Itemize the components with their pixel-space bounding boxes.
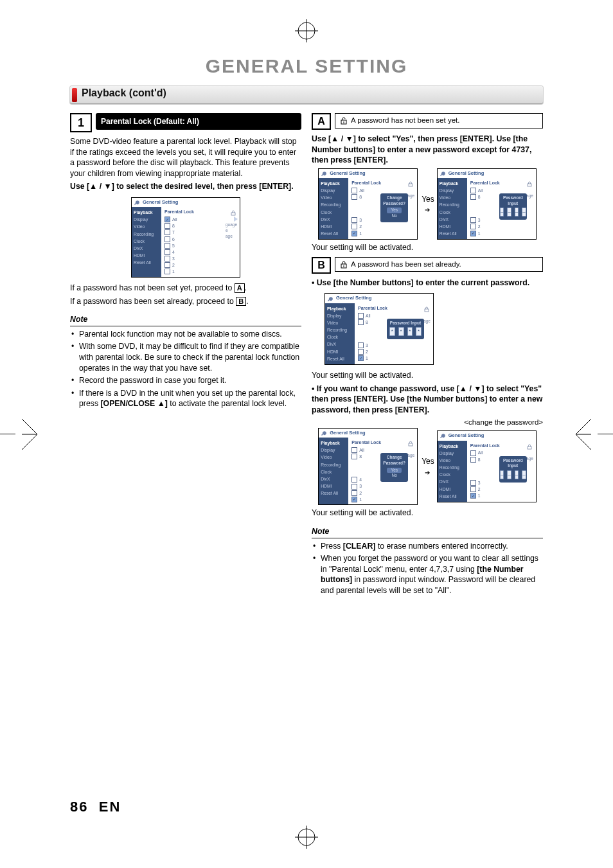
osd-heading: Parental Lock [164,209,236,215]
section-label: Playback (cont'd) [82,87,166,99]
content-area: GENERAL SETTING Playback (cont'd) 1 Pare… [70,55,543,791]
osd-b-right: General Setting PlaybackDisplayVideoReco… [437,430,537,502]
branch-b-header: B A password has been set already. [312,257,543,274]
svg-rect-16 [409,443,413,446]
activated-b1: Your setting will be activated. [312,370,543,381]
lock-icon [526,443,533,450]
activated-a: Your setting will be activated. [312,242,543,253]
ref-box-a: A [235,283,245,293]
instr-b1: • Use [the Number buttons] to enter the … [312,278,543,288]
wrench-icon [321,170,328,177]
svg-rect-15 [425,309,429,312]
step-number-box: 1 [70,113,92,132]
osd-a-left: General Setting PlaybackDisplayVideoReco… [318,168,418,240]
step-1-header: 1 Parental Lock (Default: All) [70,113,301,132]
note-item: Parental lock function may not be availa… [79,329,301,340]
activated-b2: Your setting will be activated. [312,508,543,518]
section-header: Playback (cont'd) [70,86,543,104]
osd-a-right: General Setting PlaybackDisplayVideoReco… [437,168,537,240]
note-list-1: Parental lock function may not be availa… [70,329,301,409]
wrench-icon [328,296,334,302]
arrow-icon: ➔ [425,206,430,215]
page-number: 86 EN [70,799,121,815]
svg-rect-17 [528,447,531,449]
osd-sidebar: Playback Display Video Recording Clock D… [132,207,161,277]
note-item: With some DVD, it may be difficult to fi… [79,341,301,373]
osd-main-pane: Parental Lock ✓All 8 7 6 5 4 3 2 1 [161,207,240,277]
lock-icon [339,260,348,269]
branch-a-header: A A password has not been set yet. [312,113,543,130]
change-pw-caption: <change the password> [312,418,543,428]
note-item: Record the password in case you forget i… [79,375,301,386]
osd-pair-a: General Setting PlaybackDisplayVideoReco… [312,168,543,240]
osd-b1: General Setting PlaybackDisplayVideoReco… [324,293,543,365]
branch-a-box: A [312,113,331,130]
pw-input-overlay: Password Input **** [387,319,424,340]
page: GENERAL SETTING Playback (cont'd) 1 Pare… [0,0,613,868]
change-pw-overlay: Change Password? Yes No [380,193,408,222]
play-icon [234,217,239,222]
wrench-icon [321,430,328,436]
svg-rect-11 [409,184,413,186]
step-heading: Parental Lock (Default: All) [96,113,301,130]
wrench-icon [440,432,447,439]
crop-mark-right [576,419,591,450]
osd-titlebar: General Setting [132,198,240,207]
branch-a-pill: A password has not been set yet. [335,113,543,128]
note-heading-1: Note [70,312,301,326]
lock-icon [423,306,430,312]
osd-side-labels: guage e age [226,222,237,239]
branch-b-box: B [312,257,331,274]
wrench-icon [440,170,447,177]
lock-icon [407,440,414,447]
left-column: 1 Parental Lock (Default: All) Some DVD-… [70,109,301,599]
note-list-2: Press [CLEAR] to erase numbers entered i… [312,541,543,596]
change-pw-overlay: Change Password? Yes No [380,453,408,482]
yes-arrow-label: Yes [422,194,434,204]
crop-mark-bottom [295,826,318,849]
right-column: A A password has not been set yet. Use [… [312,109,543,599]
svg-rect-8 [231,213,235,215]
step-1-instruction: Use [▲ / ▼] to select the desired level,… [70,181,301,192]
step-1-paragraph: Some DVD-video feature a parental lock l… [70,136,301,179]
pw-input-overlay: Password Input –––– [499,456,527,483]
note-item: Press [CLEAR] to erase numbers entered i… [321,541,543,552]
section-accent [72,88,77,102]
svg-rect-12 [528,184,531,186]
pw-input-overlay: Password Input –––– [499,193,527,220]
yes-arrow-label: Yes [422,456,434,466]
proceed-b-text: If a password has been set already, proc… [70,296,301,307]
instr-b2: • If you want to change password, use [▲… [312,384,543,416]
lock-icon [526,181,533,187]
osd-main-screenshot: General Setting Playback Display Video R… [70,197,301,278]
arrow-icon: ➔ [425,468,430,477]
crop-mark-top [295,19,318,42]
unlock-icon [339,116,348,125]
note-heading-2: Note [312,524,543,538]
crop-mark-left [22,419,37,450]
osd-b-left: General Setting PlaybackDisplayVideoReco… [318,428,418,506]
osd-pair-b: General Setting PlaybackDisplayVideoReco… [312,428,543,506]
branch-b-pill: A password has been set already. [335,257,543,272]
page-title: GENERAL SETTING [70,55,543,77]
lock-icon [407,181,414,187]
note-item: When you forget the password or you want… [321,553,543,596]
wrench-icon [134,199,141,206]
note-item: If there is a DVD in the unit when you s… [79,388,301,409]
ref-box-b: B [236,297,246,306]
lock-icon [230,209,236,216]
instr-a: Use [▲ / ▼] to select "Yes", then press … [312,134,543,166]
proceed-a-text: If a password has not been set yet, proc… [70,283,301,294]
